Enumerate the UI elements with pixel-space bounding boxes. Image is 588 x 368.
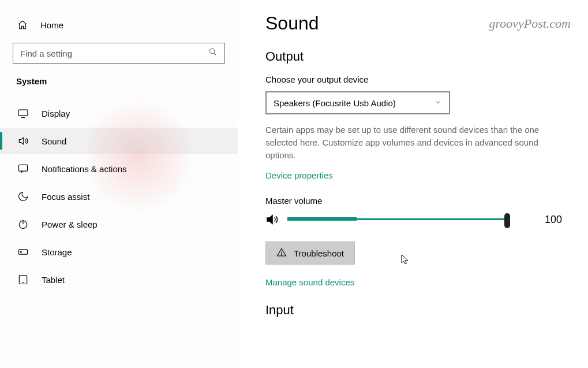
sidebar-item-label: Notifications & actions bbox=[42, 164, 127, 174]
power-icon bbox=[17, 218, 29, 230]
sidebar-item-focus-assist[interactable]: Focus assist bbox=[0, 183, 238, 210]
home-icon bbox=[17, 20, 28, 30]
device-properties-link[interactable]: Device properties bbox=[265, 170, 333, 180]
sidebar-item-label: Storage bbox=[42, 247, 72, 257]
sidebar-item-sound[interactable]: Sound bbox=[0, 128, 238, 154]
focus-icon bbox=[17, 191, 29, 202]
sidebar-item-power-sleep[interactable]: Power & sleep bbox=[0, 211, 238, 237]
sound-icon bbox=[17, 135, 29, 147]
sidebar-item-notifications[interactable]: Notifications & actions bbox=[0, 155, 238, 182]
troubleshoot-button[interactable]: Troubleshoot bbox=[265, 241, 355, 265]
volume-value: 100 bbox=[545, 214, 562, 226]
troubleshoot-label: Troubleshoot bbox=[294, 248, 344, 258]
output-device-value: Speakers (Focusrite Usb Audio) bbox=[274, 98, 396, 108]
section-output: Output bbox=[265, 49, 568, 64]
svg-rect-2 bbox=[19, 165, 28, 171]
slider-fill bbox=[287, 217, 357, 221]
main-panel: Sound Output Choose your output device S… bbox=[238, 0, 588, 368]
display-icon bbox=[17, 107, 29, 119]
svg-point-0 bbox=[209, 49, 215, 54]
warning-icon bbox=[276, 247, 287, 259]
volume-row: 100 bbox=[265, 213, 568, 226]
search-icon bbox=[208, 47, 218, 59]
notifications-icon bbox=[17, 163, 29, 174]
tablet-icon bbox=[17, 274, 29, 285]
svg-rect-1 bbox=[18, 110, 28, 116]
speaker-icon[interactable] bbox=[265, 213, 279, 226]
sidebar: Home System Display Sound Notifications … bbox=[0, 0, 238, 368]
chevron-down-icon bbox=[434, 98, 442, 108]
sidebar-item-label: Focus assist bbox=[42, 192, 89, 202]
choose-output-label: Choose your output device bbox=[265, 75, 568, 84]
master-volume-label: Master volume bbox=[265, 196, 568, 206]
category-system: System bbox=[0, 76, 238, 88]
sidebar-item-label: Power & sleep bbox=[42, 220, 98, 229]
section-input: Input bbox=[265, 303, 568, 318]
sidebar-item-label: Tablet bbox=[42, 275, 65, 285]
page-title: Sound bbox=[265, 13, 568, 34]
output-help-text: Certain apps may be set up to use differ… bbox=[265, 124, 565, 161]
svg-point-5 bbox=[20, 251, 21, 252]
volume-slider[interactable] bbox=[287, 214, 507, 225]
sidebar-item-tablet[interactable]: Tablet bbox=[0, 266, 238, 293]
home-link[interactable]: Home bbox=[0, 16, 238, 34]
output-device-dropdown[interactable]: Speakers (Focusrite Usb Audio) bbox=[265, 91, 450, 114]
search-box[interactable] bbox=[13, 43, 225, 64]
sidebar-item-label: Display bbox=[42, 109, 70, 118]
slider-thumb[interactable] bbox=[504, 213, 510, 228]
manage-sound-devices-link[interactable]: Manage sound devices bbox=[265, 277, 354, 287]
storage-icon bbox=[17, 246, 29, 258]
sidebar-item-label: Sound bbox=[42, 136, 66, 146]
search-input[interactable] bbox=[20, 49, 208, 58]
svg-point-7 bbox=[281, 254, 282, 255]
search-wrap bbox=[13, 43, 225, 64]
sidebar-item-storage[interactable]: Storage bbox=[0, 239, 238, 265]
sidebar-item-display[interactable]: Display bbox=[0, 100, 238, 127]
home-label: Home bbox=[40, 20, 63, 30]
